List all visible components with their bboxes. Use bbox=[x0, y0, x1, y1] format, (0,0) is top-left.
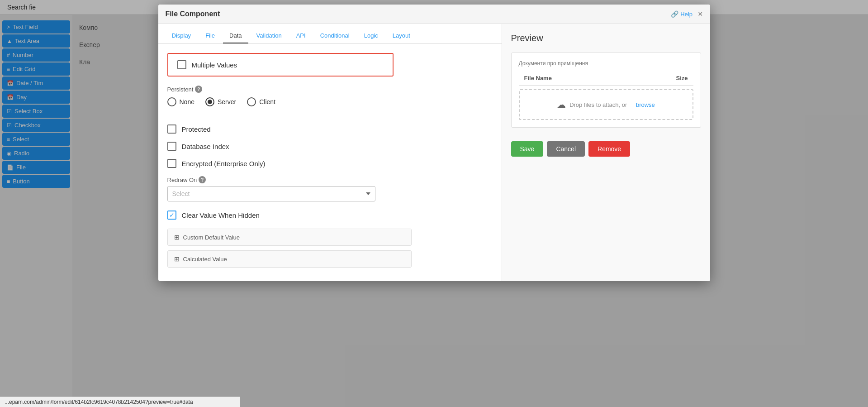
radio-none-circle[interactable] bbox=[167, 97, 176, 106]
clear-value-row: Clear Value When Hidden bbox=[167, 211, 493, 220]
tab-file[interactable]: File bbox=[199, 29, 221, 43]
browse-link[interactable]: browse bbox=[636, 101, 655, 108]
tab-api[interactable]: API bbox=[290, 29, 312, 43]
radio-none-label: None bbox=[180, 98, 194, 105]
preview-area: Документи про приміщення File Name Size … bbox=[511, 53, 701, 128]
save-button[interactable]: Save bbox=[511, 141, 544, 157]
clear-value-checkbox[interactable] bbox=[167, 211, 176, 220]
protected-checkbox[interactable] bbox=[167, 124, 176, 134]
upload-cloud-icon: ☁ bbox=[557, 99, 566, 110]
custom-default-value-label: Custom Default Value bbox=[183, 234, 240, 241]
tab-conditional[interactable]: Conditional bbox=[314, 29, 356, 43]
size-header: Size bbox=[629, 71, 693, 86]
help-icon: 🔗 bbox=[671, 10, 678, 18]
database-index-row: Database Index bbox=[167, 142, 493, 151]
help-link[interactable]: 🔗 Help bbox=[671, 10, 693, 18]
radio-server-label: Server bbox=[218, 98, 236, 105]
modal-dialog: File Component 🔗 Help × Display File Dat… bbox=[158, 5, 710, 281]
modal-title: File Component bbox=[166, 10, 220, 18]
persistent-radio-group: None Server Client bbox=[167, 97, 493, 106]
radio-none[interactable]: None bbox=[167, 97, 194, 106]
database-index-label: Database Index bbox=[182, 143, 229, 150]
redraw-on-dropdown[interactable]: Select bbox=[167, 186, 375, 201]
modal-tabs: Display File Data Validation API Conditi… bbox=[158, 24, 502, 44]
preview-title: Preview bbox=[511, 33, 701, 43]
encrypted-checkbox[interactable] bbox=[167, 159, 176, 168]
persistent-help-icon[interactable]: ? bbox=[195, 86, 202, 93]
preview-buttons: Save Cancel Remove bbox=[511, 141, 701, 157]
protected-label: Protected bbox=[182, 125, 211, 133]
redraw-on-section: Redraw On ? Select bbox=[167, 176, 493, 201]
modal-form: Multiple Values Persistent ? None bbox=[158, 44, 502, 281]
redraw-on-value: Select bbox=[172, 190, 190, 197]
radio-server-circle[interactable] bbox=[205, 97, 214, 106]
tab-logic[interactable]: Logic bbox=[358, 29, 384, 43]
custom-default-value-header[interactable]: ⊞ Custom Default Value bbox=[168, 229, 411, 245]
redraw-on-label: Redraw On ? bbox=[167, 176, 493, 183]
custom-default-expand-icon: ⊞ bbox=[174, 234, 180, 241]
protected-row: Protected bbox=[167, 124, 493, 134]
preview-section-label: Документи про приміщення bbox=[519, 60, 693, 67]
calculated-expand-icon: ⊞ bbox=[174, 255, 180, 263]
modal-overlay: File Component 🔗 Help × Display File Dat… bbox=[0, 0, 868, 407]
redraw-dropdown-arrow bbox=[366, 192, 370, 195]
encrypted-label: Encrypted (Enterprise Only) bbox=[182, 160, 266, 168]
drop-text: Drop files to attach, or bbox=[569, 101, 627, 108]
database-index-checkbox[interactable] bbox=[167, 142, 176, 151]
custom-default-value-section: ⊞ Custom Default Value bbox=[167, 229, 412, 246]
modal-body: Display File Data Validation API Conditi… bbox=[158, 24, 710, 281]
preview-file-table: File Name Size bbox=[519, 71, 693, 86]
modal-header: File Component 🔗 Help × bbox=[158, 5, 710, 24]
preview-drop-zone[interactable]: ☁ Drop files to attach, or browse bbox=[519, 89, 693, 120]
encrypted-row: Encrypted (Enterprise Only) bbox=[167, 159, 493, 168]
modal-left-panel: Display File Data Validation API Conditi… bbox=[158, 24, 502, 281]
multiple-values-checkbox[interactable] bbox=[177, 60, 186, 69]
tab-layout[interactable]: Layout bbox=[386, 29, 417, 43]
redraw-help-icon[interactable]: ? bbox=[199, 176, 206, 183]
calculated-value-section: ⊞ Calculated Value bbox=[167, 250, 412, 268]
tab-display[interactable]: Display bbox=[166, 29, 198, 43]
clear-value-label: Clear Value When Hidden bbox=[182, 211, 260, 219]
multiple-values-section: Multiple Values bbox=[167, 53, 394, 77]
calculated-value-header[interactable]: ⊞ Calculated Value bbox=[168, 251, 411, 267]
cancel-button[interactable]: Cancel bbox=[547, 141, 585, 157]
radio-client-label: Client bbox=[259, 98, 275, 105]
multiple-values-label: Multiple Values bbox=[192, 61, 237, 69]
persistent-label: Persistent ? bbox=[167, 86, 493, 93]
file-name-header: File Name bbox=[519, 71, 629, 86]
radio-client-circle[interactable] bbox=[247, 97, 256, 106]
modal-right-panel: Preview Документи про приміщення File Na… bbox=[502, 24, 710, 281]
modal-header-right: 🔗 Help × bbox=[671, 10, 702, 18]
radio-server[interactable]: Server bbox=[205, 97, 236, 106]
calculated-value-label: Calculated Value bbox=[183, 256, 227, 263]
tab-validation[interactable]: Validation bbox=[250, 29, 288, 43]
tab-data[interactable]: Data bbox=[223, 29, 248, 43]
help-label: Help bbox=[680, 11, 693, 18]
close-button[interactable]: × bbox=[698, 10, 703, 18]
persistent-section: Persistent ? None Server bbox=[167, 86, 493, 106]
radio-client[interactable]: Client bbox=[247, 97, 275, 106]
remove-button[interactable]: Remove bbox=[588, 141, 630, 157]
